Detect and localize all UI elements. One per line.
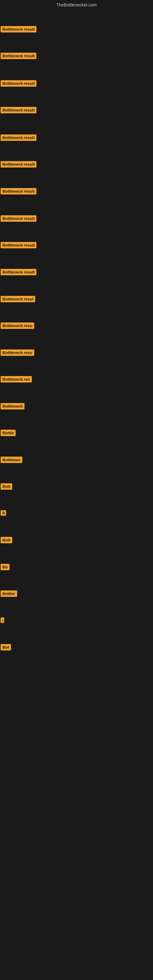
bottleneck-result-label: Bottleneck result (1, 26, 37, 34)
bottleneck-result-label: Bottleneck result (1, 242, 37, 250)
bottleneck-result-label: Bottleneck resu (1, 323, 34, 330)
bottleneck-result-label: Bott (1, 483, 12, 491)
bottleneck-result-label: Bottleneck result (1, 188, 37, 196)
bottleneck-result-label: Bottleneck result (1, 134, 37, 142)
site-title: TheBottlenecker.com (0, 0, 153, 9)
bottleneck-result-label: Bottleneck result (1, 269, 37, 277)
bottleneck-result-label: Bot (1, 644, 11, 652)
bottleneck-result-label: Bottle (1, 430, 16, 438)
bottleneck-result-label: Bottleneck result (1, 52, 37, 60)
bottleneck-result-label: B (1, 510, 6, 517)
bottleneck-result-label: Bottleneck result (1, 107, 37, 115)
bottleneck-result-label: Bottleneck resu (1, 350, 34, 357)
bottleneck-result-label: Bottleneck (1, 403, 24, 411)
bottleneck-result-label: Bott (1, 537, 12, 544)
bottleneck-result-label: Bottleneck result (1, 80, 37, 88)
bottleneck-result-label: Bottleneck result (1, 215, 37, 223)
bottleneck-result-label: Bo (1, 564, 10, 571)
bottleneck-result-label: Bottlenec (1, 457, 22, 464)
bottleneck-result-label: Bottleneck res (1, 376, 32, 384)
bottleneck-result-label: | (1, 617, 3, 624)
bottleneck-result-label: Bottleneck resul (1, 296, 35, 304)
bottleneck-result-label: Bottler (1, 590, 17, 598)
bottleneck-result-label: Bottleneck result (1, 161, 37, 169)
